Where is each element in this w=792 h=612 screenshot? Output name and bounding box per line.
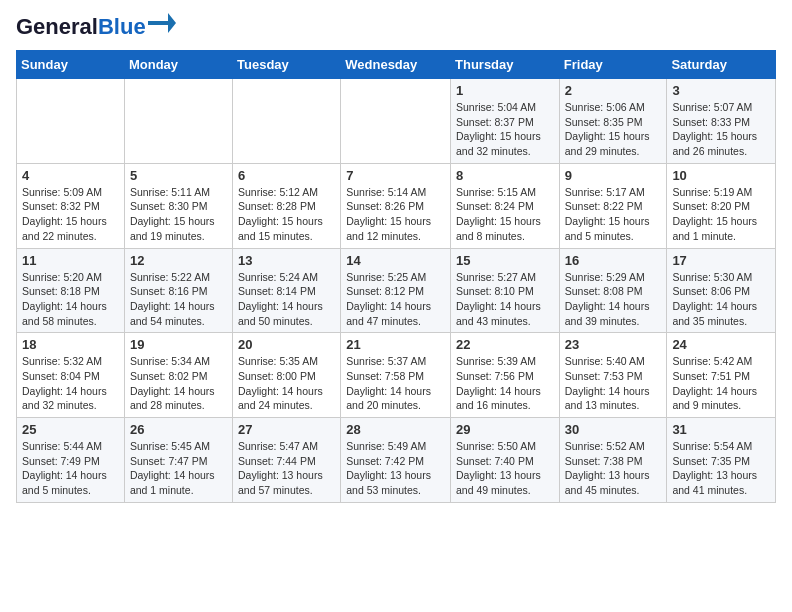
day-info: Sunrise: 5:19 AM Sunset: 8:20 PM Dayligh…: [672, 185, 770, 244]
day-info: Sunrise: 5:09 AM Sunset: 8:32 PM Dayligh…: [22, 185, 119, 244]
day-cell: 8Sunrise: 5:15 AM Sunset: 8:24 PM Daylig…: [451, 163, 560, 248]
day-number: 5: [130, 168, 227, 183]
day-info: Sunrise: 5:34 AM Sunset: 8:02 PM Dayligh…: [130, 354, 227, 413]
day-number: 28: [346, 422, 445, 437]
day-cell: 29Sunrise: 5:50 AM Sunset: 7:40 PM Dayli…: [451, 418, 560, 503]
calendar-header: SundayMondayTuesdayWednesdayThursdayFrid…: [17, 51, 776, 79]
header-day-sunday: Sunday: [17, 51, 125, 79]
day-cell: 17Sunrise: 5:30 AM Sunset: 8:06 PM Dayli…: [667, 248, 776, 333]
day-cell: 1Sunrise: 5:04 AM Sunset: 8:37 PM Daylig…: [451, 79, 560, 164]
day-cell: 28Sunrise: 5:49 AM Sunset: 7:42 PM Dayli…: [341, 418, 451, 503]
day-number: 6: [238, 168, 335, 183]
day-info: Sunrise: 5:50 AM Sunset: 7:40 PM Dayligh…: [456, 439, 554, 498]
day-info: Sunrise: 5:11 AM Sunset: 8:30 PM Dayligh…: [130, 185, 227, 244]
day-cell: 6Sunrise: 5:12 AM Sunset: 8:28 PM Daylig…: [233, 163, 341, 248]
svg-marker-0: [148, 13, 176, 33]
day-number: 8: [456, 168, 554, 183]
day-info: Sunrise: 5:54 AM Sunset: 7:35 PM Dayligh…: [672, 439, 770, 498]
day-cell: 16Sunrise: 5:29 AM Sunset: 8:08 PM Dayli…: [559, 248, 667, 333]
day-number: 13: [238, 253, 335, 268]
day-info: Sunrise: 5:47 AM Sunset: 7:44 PM Dayligh…: [238, 439, 335, 498]
day-number: 14: [346, 253, 445, 268]
logo-text: GeneralBlue: [16, 16, 146, 38]
day-number: 7: [346, 168, 445, 183]
day-number: 30: [565, 422, 662, 437]
day-cell: 13Sunrise: 5:24 AM Sunset: 8:14 PM Dayli…: [233, 248, 341, 333]
day-cell: 27Sunrise: 5:47 AM Sunset: 7:44 PM Dayli…: [233, 418, 341, 503]
day-info: Sunrise: 5:25 AM Sunset: 8:12 PM Dayligh…: [346, 270, 445, 329]
day-cell: 30Sunrise: 5:52 AM Sunset: 7:38 PM Dayli…: [559, 418, 667, 503]
week-row-4: 18Sunrise: 5:32 AM Sunset: 8:04 PM Dayli…: [17, 333, 776, 418]
day-number: 2: [565, 83, 662, 98]
day-info: Sunrise: 5:42 AM Sunset: 7:51 PM Dayligh…: [672, 354, 770, 413]
day-number: 23: [565, 337, 662, 352]
day-number: 19: [130, 337, 227, 352]
week-row-5: 25Sunrise: 5:44 AM Sunset: 7:49 PM Dayli…: [17, 418, 776, 503]
day-number: 25: [22, 422, 119, 437]
day-cell: 20Sunrise: 5:35 AM Sunset: 8:00 PM Dayli…: [233, 333, 341, 418]
day-info: Sunrise: 5:20 AM Sunset: 8:18 PM Dayligh…: [22, 270, 119, 329]
day-cell: [341, 79, 451, 164]
day-number: 24: [672, 337, 770, 352]
day-cell: 3Sunrise: 5:07 AM Sunset: 8:33 PM Daylig…: [667, 79, 776, 164]
week-row-3: 11Sunrise: 5:20 AM Sunset: 8:18 PM Dayli…: [17, 248, 776, 333]
day-info: Sunrise: 5:35 AM Sunset: 8:00 PM Dayligh…: [238, 354, 335, 413]
day-number: 27: [238, 422, 335, 437]
day-number: 26: [130, 422, 227, 437]
day-info: Sunrise: 5:24 AM Sunset: 8:14 PM Dayligh…: [238, 270, 335, 329]
day-number: 1: [456, 83, 554, 98]
day-number: 9: [565, 168, 662, 183]
logo: GeneralBlue: [16, 16, 176, 38]
day-cell: 23Sunrise: 5:40 AM Sunset: 7:53 PM Dayli…: [559, 333, 667, 418]
header-day-saturday: Saturday: [667, 51, 776, 79]
day-cell: 26Sunrise: 5:45 AM Sunset: 7:47 PM Dayli…: [124, 418, 232, 503]
header-day-friday: Friday: [559, 51, 667, 79]
day-info: Sunrise: 5:44 AM Sunset: 7:49 PM Dayligh…: [22, 439, 119, 498]
day-info: Sunrise: 5:15 AM Sunset: 8:24 PM Dayligh…: [456, 185, 554, 244]
day-info: Sunrise: 5:06 AM Sunset: 8:35 PM Dayligh…: [565, 100, 662, 159]
day-info: Sunrise: 5:37 AM Sunset: 7:58 PM Dayligh…: [346, 354, 445, 413]
day-cell: 15Sunrise: 5:27 AM Sunset: 8:10 PM Dayli…: [451, 248, 560, 333]
day-info: Sunrise: 5:22 AM Sunset: 8:16 PM Dayligh…: [130, 270, 227, 329]
day-info: Sunrise: 5:27 AM Sunset: 8:10 PM Dayligh…: [456, 270, 554, 329]
day-info: Sunrise: 5:14 AM Sunset: 8:26 PM Dayligh…: [346, 185, 445, 244]
day-number: 21: [346, 337, 445, 352]
day-info: Sunrise: 5:04 AM Sunset: 8:37 PM Dayligh…: [456, 100, 554, 159]
day-number: 20: [238, 337, 335, 352]
day-cell: 21Sunrise: 5:37 AM Sunset: 7:58 PM Dayli…: [341, 333, 451, 418]
day-info: Sunrise: 5:49 AM Sunset: 7:42 PM Dayligh…: [346, 439, 445, 498]
day-cell: 18Sunrise: 5:32 AM Sunset: 8:04 PM Dayli…: [17, 333, 125, 418]
day-info: Sunrise: 5:07 AM Sunset: 8:33 PM Dayligh…: [672, 100, 770, 159]
page-header: GeneralBlue: [16, 16, 776, 38]
day-info: Sunrise: 5:40 AM Sunset: 7:53 PM Dayligh…: [565, 354, 662, 413]
day-info: Sunrise: 5:45 AM Sunset: 7:47 PM Dayligh…: [130, 439, 227, 498]
day-number: 3: [672, 83, 770, 98]
day-cell: 7Sunrise: 5:14 AM Sunset: 8:26 PM Daylig…: [341, 163, 451, 248]
calendar-table: SundayMondayTuesdayWednesdayThursdayFrid…: [16, 50, 776, 503]
day-cell: 14Sunrise: 5:25 AM Sunset: 8:12 PM Dayli…: [341, 248, 451, 333]
day-number: 18: [22, 337, 119, 352]
day-cell: 11Sunrise: 5:20 AM Sunset: 8:18 PM Dayli…: [17, 248, 125, 333]
day-cell: [17, 79, 125, 164]
day-info: Sunrise: 5:52 AM Sunset: 7:38 PM Dayligh…: [565, 439, 662, 498]
day-info: Sunrise: 5:17 AM Sunset: 8:22 PM Dayligh…: [565, 185, 662, 244]
day-number: 17: [672, 253, 770, 268]
day-info: Sunrise: 5:32 AM Sunset: 8:04 PM Dayligh…: [22, 354, 119, 413]
day-number: 31: [672, 422, 770, 437]
day-cell: 19Sunrise: 5:34 AM Sunset: 8:02 PM Dayli…: [124, 333, 232, 418]
day-info: Sunrise: 5:12 AM Sunset: 8:28 PM Dayligh…: [238, 185, 335, 244]
header-row: SundayMondayTuesdayWednesdayThursdayFrid…: [17, 51, 776, 79]
week-row-2: 4Sunrise: 5:09 AM Sunset: 8:32 PM Daylig…: [17, 163, 776, 248]
day-cell: 25Sunrise: 5:44 AM Sunset: 7:49 PM Dayli…: [17, 418, 125, 503]
day-cell: 22Sunrise: 5:39 AM Sunset: 7:56 PM Dayli…: [451, 333, 560, 418]
day-cell: [124, 79, 232, 164]
day-info: Sunrise: 5:30 AM Sunset: 8:06 PM Dayligh…: [672, 270, 770, 329]
day-info: Sunrise: 5:29 AM Sunset: 8:08 PM Dayligh…: [565, 270, 662, 329]
header-day-thursday: Thursday: [451, 51, 560, 79]
day-number: 11: [22, 253, 119, 268]
header-day-monday: Monday: [124, 51, 232, 79]
calendar-body: 1Sunrise: 5:04 AM Sunset: 8:37 PM Daylig…: [17, 79, 776, 503]
header-day-wednesday: Wednesday: [341, 51, 451, 79]
logo-arrow-icon: [148, 13, 176, 33]
day-cell: 2Sunrise: 5:06 AM Sunset: 8:35 PM Daylig…: [559, 79, 667, 164]
